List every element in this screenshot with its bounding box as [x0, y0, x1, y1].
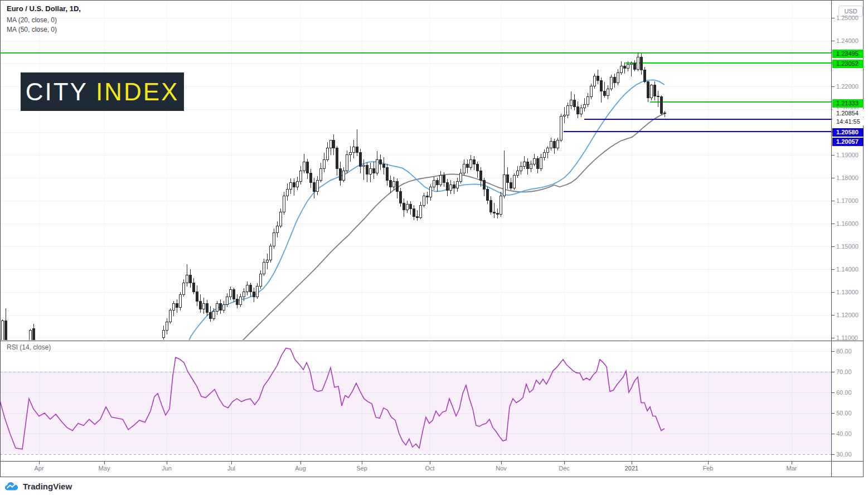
- rsi-tick-label: 70.00: [836, 368, 852, 375]
- resistance-level-label: 1.21333: [832, 99, 864, 108]
- month-label: Apr: [27, 465, 51, 472]
- resistance-level-label: 1.23495: [832, 50, 864, 58]
- rsi-band: [0, 372, 832, 455]
- month-label: Mar: [779, 465, 804, 472]
- month-label: Aug: [288, 465, 313, 472]
- price-tick-label: 1.24000: [836, 37, 859, 44]
- month-label: 2021: [619, 465, 644, 472]
- current-price-label: 1.20854: [832, 109, 867, 117]
- price-tick-label: 1.18000: [836, 174, 859, 181]
- chart-window: CITYINDEX Euro / U.S. Dollar, 1D, MA (20…: [0, 0, 868, 495]
- ma20-line: [186, 80, 665, 347]
- watermark-index-text: INDEX: [96, 78, 179, 106]
- rsi-tick-label: 80.00: [836, 348, 852, 355]
- rsi-tick-label: 40.00: [836, 430, 852, 437]
- city-index-watermark: CITYINDEX: [21, 72, 184, 111]
- support-level-label: 1.20057: [832, 138, 864, 146]
- price-tick-label: 1.19000: [836, 152, 859, 158]
- price-tick-label: 1.17000: [836, 197, 859, 204]
- price-tick-label: 1.11000: [836, 334, 858, 341]
- footer-bar: TradingView: [0, 477, 868, 495]
- month-label: Jul: [219, 465, 244, 472]
- month-label: Feb: [696, 465, 720, 472]
- watermark-city-text: CITY: [26, 78, 88, 106]
- price-tick-label: 1.16000: [836, 220, 859, 227]
- price-tick-label: 1.25000: [836, 14, 859, 21]
- bar-countdown-label: 14:41:55: [832, 118, 867, 125]
- price-tick-label: 1.12000: [836, 312, 859, 318]
- tradingview-logo-icon[interactable]: [4, 482, 19, 491]
- rsi-tick-label: 60.00: [836, 389, 852, 396]
- price-tick-label: 1.15000: [836, 243, 859, 250]
- rsi-tick-label: 50.00: [836, 410, 852, 416]
- price-tick-label: 1.14000: [836, 266, 859, 273]
- price-tick-label: 1.22000: [836, 83, 859, 90]
- month-label: Oct: [418, 465, 442, 472]
- month-label: May: [92, 465, 117, 472]
- tradingview-wordmark[interactable]: TradingView: [23, 482, 72, 491]
- month-label: Nov: [489, 465, 513, 472]
- support-level-label: 1.20580: [832, 128, 864, 137]
- month-label: Jun: [154, 465, 179, 472]
- month-label: Dec: [552, 465, 576, 472]
- rsi-tick-label: 30.00: [836, 451, 852, 458]
- price-tick-label: 1.13000: [836, 289, 859, 295]
- month-label: Sep: [350, 465, 374, 472]
- resistance-level-label: 1.23052: [832, 60, 864, 68]
